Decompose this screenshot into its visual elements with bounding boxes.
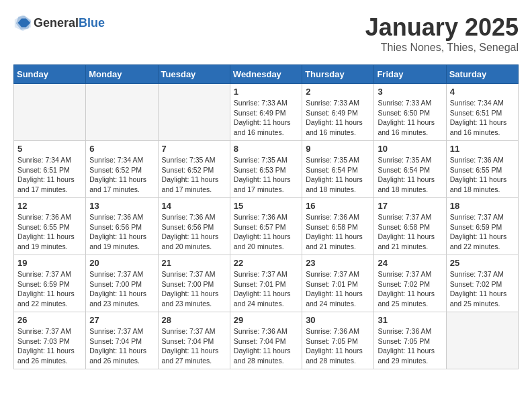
- day-cell: 8Sunrise: 7:35 AMSunset: 6:53 PMDaylight…: [230, 141, 302, 198]
- day-number: 10: [378, 144, 442, 154]
- day-number: 1: [234, 87, 298, 97]
- week-row-2: 5Sunrise: 7:34 AMSunset: 6:51 PMDaylight…: [14, 141, 519, 198]
- day-cell: 18Sunrise: 7:37 AMSunset: 6:59 PMDayligh…: [446, 198, 518, 255]
- day-info: Sunrise: 7:37 AMSunset: 7:02 PMDaylight:…: [450, 269, 515, 309]
- week-row-1: 1Sunrise: 7:33 AMSunset: 6:49 PMDaylight…: [14, 84, 519, 141]
- week-row-5: 26Sunrise: 7:37 AMSunset: 7:03 PMDayligh…: [14, 312, 519, 369]
- day-cell: 5Sunrise: 7:34 AMSunset: 6:51 PMDaylight…: [14, 141, 86, 198]
- day-cell: 6Sunrise: 7:34 AMSunset: 6:52 PMDaylight…: [86, 141, 158, 198]
- day-number: 20: [89, 258, 154, 268]
- month-title: January 2025: [365, 13, 519, 42]
- day-cell: 1Sunrise: 7:33 AMSunset: 6:49 PMDaylight…: [230, 84, 302, 141]
- day-number: 5: [17, 144, 82, 154]
- day-info: Sunrise: 7:36 AMSunset: 6:55 PMDaylight:…: [17, 212, 82, 252]
- day-info: Sunrise: 7:37 AMSunset: 7:03 PMDaylight:…: [17, 326, 82, 366]
- day-cell: 22Sunrise: 7:37 AMSunset: 7:01 PMDayligh…: [230, 255, 302, 312]
- weekday-header-row: SundayMondayTuesdayWednesdayThursdayFrid…: [14, 65, 519, 84]
- weekday-wednesday: Wednesday: [230, 65, 302, 84]
- day-cell: 31Sunrise: 7:36 AMSunset: 7:05 PMDayligh…: [374, 312, 446, 369]
- day-number: 9: [306, 144, 370, 154]
- day-info: Sunrise: 7:36 AMSunset: 6:57 PMDaylight:…: [234, 212, 298, 252]
- day-cell: [446, 312, 518, 369]
- day-cell: 10Sunrise: 7:35 AMSunset: 6:54 PMDayligh…: [374, 141, 446, 198]
- day-number: 19: [17, 258, 82, 268]
- title-area: January 2025 Thies Nones, Thies, Senegal: [365, 13, 519, 54]
- day-cell: 14Sunrise: 7:36 AMSunset: 6:56 PMDayligh…: [158, 198, 230, 255]
- day-info: Sunrise: 7:37 AMSunset: 7:04 PMDaylight:…: [89, 326, 154, 366]
- day-cell: 25Sunrise: 7:37 AMSunset: 7:02 PMDayligh…: [446, 255, 518, 312]
- day-cell: 23Sunrise: 7:37 AMSunset: 7:01 PMDayligh…: [302, 255, 374, 312]
- day-info: Sunrise: 7:36 AMSunset: 6:55 PMDaylight:…: [450, 155, 515, 195]
- day-number: 21: [162, 258, 226, 268]
- day-number: 4: [450, 87, 515, 97]
- day-info: Sunrise: 7:35 AMSunset: 6:53 PMDaylight:…: [234, 155, 298, 195]
- day-info: Sunrise: 7:37 AMSunset: 7:01 PMDaylight:…: [306, 269, 370, 309]
- day-info: Sunrise: 7:35 AMSunset: 6:54 PMDaylight:…: [306, 155, 370, 195]
- day-number: 18: [450, 201, 515, 211]
- day-number: 3: [378, 87, 442, 97]
- day-cell: [86, 84, 158, 141]
- day-cell: 29Sunrise: 7:36 AMSunset: 7:04 PMDayligh…: [230, 312, 302, 369]
- day-cell: 24Sunrise: 7:37 AMSunset: 7:02 PMDayligh…: [374, 255, 446, 312]
- day-info: Sunrise: 7:35 AMSunset: 6:52 PMDaylight:…: [162, 155, 226, 195]
- logo-general-text: General: [34, 16, 79, 30]
- week-row-3: 12Sunrise: 7:36 AMSunset: 6:55 PMDayligh…: [14, 198, 519, 255]
- weekday-tuesday: Tuesday: [158, 65, 230, 84]
- day-number: 8: [234, 144, 298, 154]
- weekday-thursday: Thursday: [302, 65, 374, 84]
- day-number: 29: [234, 315, 298, 325]
- weekday-friday: Friday: [374, 65, 446, 84]
- day-cell: 3Sunrise: 7:33 AMSunset: 6:50 PMDaylight…: [374, 84, 446, 141]
- day-info: Sunrise: 7:36 AMSunset: 6:56 PMDaylight:…: [89, 212, 154, 252]
- day-number: 14: [162, 201, 226, 211]
- day-number: 15: [234, 201, 298, 211]
- day-info: Sunrise: 7:36 AMSunset: 6:58 PMDaylight:…: [306, 212, 370, 252]
- day-cell: 15Sunrise: 7:36 AMSunset: 6:57 PMDayligh…: [230, 198, 302, 255]
- day-number: 11: [450, 144, 515, 154]
- location-title: Thies Nones, Thies, Senegal: [365, 42, 519, 54]
- day-info: Sunrise: 7:36 AMSunset: 7:05 PMDaylight:…: [378, 326, 442, 366]
- day-info: Sunrise: 7:33 AMSunset: 6:49 PMDaylight:…: [234, 98, 298, 138]
- day-number: 16: [306, 201, 370, 211]
- day-number: 26: [17, 315, 82, 325]
- day-cell: [14, 84, 86, 141]
- day-number: 25: [450, 258, 515, 268]
- day-info: Sunrise: 7:33 AMSunset: 6:50 PMDaylight:…: [378, 98, 442, 138]
- weekday-sunday: Sunday: [14, 65, 86, 84]
- day-number: 13: [89, 201, 154, 211]
- day-cell: 4Sunrise: 7:34 AMSunset: 6:51 PMDaylight…: [446, 84, 518, 141]
- day-info: Sunrise: 7:37 AMSunset: 6:59 PMDaylight:…: [17, 269, 82, 309]
- day-info: Sunrise: 7:33 AMSunset: 6:49 PMDaylight:…: [306, 98, 370, 138]
- day-number: 2: [306, 87, 370, 97]
- day-info: Sunrise: 7:37 AMSunset: 7:01 PMDaylight:…: [234, 269, 298, 309]
- day-cell: 9Sunrise: 7:35 AMSunset: 6:54 PMDaylight…: [302, 141, 374, 198]
- day-cell: 16Sunrise: 7:36 AMSunset: 6:58 PMDayligh…: [302, 198, 374, 255]
- day-info: Sunrise: 7:37 AMSunset: 7:00 PMDaylight:…: [162, 269, 226, 309]
- day-info: Sunrise: 7:37 AMSunset: 7:00 PMDaylight:…: [89, 269, 154, 309]
- day-cell: 19Sunrise: 7:37 AMSunset: 6:59 PMDayligh…: [14, 255, 86, 312]
- day-number: 31: [378, 315, 442, 325]
- day-cell: 7Sunrise: 7:35 AMSunset: 6:52 PMDaylight…: [158, 141, 230, 198]
- day-cell: 30Sunrise: 7:36 AMSunset: 7:05 PMDayligh…: [302, 312, 374, 369]
- day-cell: 20Sunrise: 7:37 AMSunset: 7:00 PMDayligh…: [86, 255, 158, 312]
- day-info: Sunrise: 7:36 AMSunset: 7:04 PMDaylight:…: [234, 326, 298, 366]
- day-info: Sunrise: 7:37 AMSunset: 7:04 PMDaylight:…: [162, 326, 226, 366]
- day-cell: 26Sunrise: 7:37 AMSunset: 7:03 PMDayligh…: [14, 312, 86, 369]
- day-info: Sunrise: 7:34 AMSunset: 6:51 PMDaylight:…: [450, 98, 515, 138]
- day-number: 6: [89, 144, 154, 154]
- week-row-4: 19Sunrise: 7:37 AMSunset: 6:59 PMDayligh…: [14, 255, 519, 312]
- day-info: Sunrise: 7:37 AMSunset: 6:59 PMDaylight:…: [450, 212, 515, 252]
- day-info: Sunrise: 7:37 AMSunset: 6:58 PMDaylight:…: [378, 212, 442, 252]
- day-cell: 11Sunrise: 7:36 AMSunset: 6:55 PMDayligh…: [446, 141, 518, 198]
- day-cell: 13Sunrise: 7:36 AMSunset: 6:56 PMDayligh…: [86, 198, 158, 255]
- day-number: 7: [162, 144, 226, 154]
- day-number: 12: [17, 201, 82, 211]
- logo-icon: [13, 13, 32, 32]
- calendar: SundayMondayTuesdayWednesdayThursdayFrid…: [13, 64, 519, 369]
- day-number: 17: [378, 201, 442, 211]
- day-info: Sunrise: 7:35 AMSunset: 6:54 PMDaylight:…: [378, 155, 442, 195]
- day-cell: 12Sunrise: 7:36 AMSunset: 6:55 PMDayligh…: [14, 198, 86, 255]
- weekday-saturday: Saturday: [446, 65, 518, 84]
- day-number: 30: [306, 315, 370, 325]
- day-info: Sunrise: 7:34 AMSunset: 6:52 PMDaylight:…: [89, 155, 154, 195]
